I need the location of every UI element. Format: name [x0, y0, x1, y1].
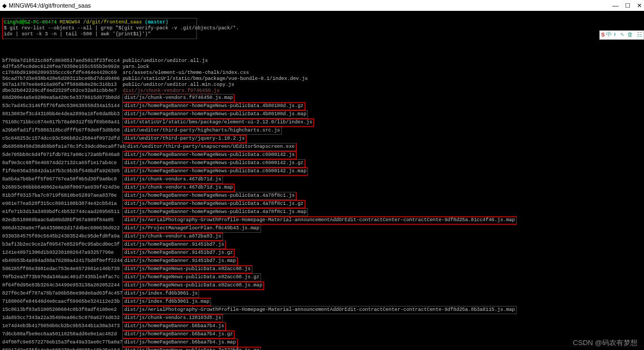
output-line: bf709a7d18521c80fc8698517aed5013f23fecc4…: [2, 58, 642, 64]
output-line: 1da893cc7343a22a35499ea06c5c870a6274d632…: [2, 314, 642, 322]
output-line: b26893c06bbb640862e4a98f0097ae939f424d3e…: [2, 184, 642, 192]
output-line: 0330384575f89c5645b24383524bc95defd8fa9a…: [2, 233, 642, 241]
ime-widget[interactable]: S 中 ⬇ ✎ 🗑 ☷: [599, 30, 644, 40]
app-icon: ◆: [2, 3, 7, 9]
output-block: bf709a7d18521c80fc8698517aed5013f23fecc4…: [2, 58, 642, 350]
output-line: c5c648253c1574dcc93c506b82c25044f0972dfd…: [2, 135, 642, 143]
ime-tools[interactable]: ⬇ ✎ 🗑 ☷: [613, 32, 642, 38]
prompt-branch: (master): [145, 20, 168, 25]
minimize-button[interactable]: —: [612, 3, 618, 9]
output-line: a29b0fad1f1f5886318bcdfffb67f8de0f3d8b50…: [2, 127, 642, 135]
output-line: 68d200e4a5e9200ea5a420c5e3378615d873b0dd…: [2, 94, 642, 102]
output-line: d4f88fc9e6572276eb15a3fea49a33ae0c77ba0a…: [2, 339, 642, 347]
output-line: 1241e48971300d1b932381002647a93257796e d…: [2, 249, 642, 257]
output-line: 4d7fa5fec0dec6120fea70350e155c555b3e992e…: [2, 64, 642, 70]
output-line: f1f8e036a35842da147b3c9b3bf540bdfa926395…: [2, 167, 642, 176]
sogou-icon: S: [601, 32, 605, 38]
output-line: db68508450d30d68b0fa1a78c3fc39dcd0eca8f7…: [2, 143, 642, 151]
output-line: 8813083ef3cd4310bb4e4dea2899a16fe8da8bb3…: [2, 110, 642, 118]
output-line: 02edb518069baac6ab09dd8bf967a989f84a05 d…: [2, 216, 642, 224]
titlebar: ◆ MINGW64:/d/git/frontend_saas — ☐ ✕: [0, 0, 644, 11]
output-line: 15c8613bf83a51005200604c0b3f8adf4108ee2 …: [2, 306, 642, 314]
output-line: 827f0c3e4f787a78b7a96b58ee90de6ad63f4c45…: [2, 290, 642, 298]
maximize-button[interactable]: ☐: [625, 3, 630, 9]
output-line: 7d6cb88afbe0ec8aa50118258add6e8e1ac482d …: [2, 330, 642, 339]
output-line: 7188066fe84640d4e0caacf59965be324112e23b…: [2, 298, 642, 306]
output-line: e1fe71b3d13a3489bdfc4b532744caad28956511…: [2, 208, 642, 216]
output-line: 53c7ad45c3146f5f76fa0c530638558d34a15144…: [2, 102, 642, 110]
window-title: MINGW64:/d/git/frontend_saas: [9, 3, 91, 9]
output-line: 76168c71bbcc874e817b78a60312f5bf89b68a41…: [2, 118, 642, 127]
output-line: e981e77ea528f315cc8981108b3874e42cb541a …: [2, 200, 642, 208]
prompt-user: Cinghd@SZ-PC-00474: [4, 20, 57, 25]
output-line: 666d4320a9e7fa64330062d17d4bec680636d922…: [2, 224, 642, 233]
output-line: 70fb2ea3f73b970da346aac401d7435ble4fac7c…: [2, 273, 642, 282]
terminal[interactable]: Cinghd@SZ-PC-00474 MINGW64 /d/git/fronte…: [0, 11, 644, 350]
prompt-env: MINGW64: [60, 20, 81, 25]
output-line: 967a14787ee6e016a96fa7f5860b0e26c316b13 …: [2, 82, 642, 88]
output-line: 8a8b4a7b6beff5f067767ea50f0b5d36f9a0bc8 …: [2, 176, 642, 184]
output-line: 56cad7b7d3e038b428e5d20311bce0bd7dcd9406…: [2, 76, 642, 82]
watermark: CSDN @码农有梦想: [573, 340, 637, 346]
output-line: 8af9e3cc68f5e46874dd27132ca65f1e17ab4ce …: [2, 159, 642, 167]
output-line: 5de705bb9c6d4f071fdb7817a00c172a0bf646a8…: [2, 151, 642, 159]
close-button[interactable]: ✕: [637, 3, 642, 9]
output-line: 586285ff86e3981edac753e4e6572661e146b739…: [2, 265, 642, 273]
output-line: b3af13b2ec9ce2af89547e8529f0c95abcd0ec3f…: [2, 241, 642, 249]
prompt-cwd: /d/git/frontend_saas: [83, 20, 142, 25]
output-line: 66917d2a635fc4c0a608230cbd0985a18b25e16d…: [2, 347, 642, 350]
output-line: c1784bd919062099335ccc6cfdfe464e4420c69 …: [2, 70, 642, 76]
command-text: $ git rev-list --objects --all | grep "$…: [4, 26, 239, 37]
output-line: 0f64f0d95e83b3264c34499e953138a202052244…: [2, 282, 642, 290]
output-line: 81b3ff03157ba7c0719f6810be52897aea8370e …: [2, 192, 642, 200]
ime-mode[interactable]: 中: [606, 32, 612, 38]
output-line: eb40953b4a994ad88a78280a42417bd0f0eff224…: [2, 257, 642, 265]
command-box: Cinghd@SZ-PC-00474 MINGW64 /d/git/fronte…: [2, 18, 197, 39]
output-line: 1e74d4eb3b4175056b6cb2bc9b5344b1a30a3473…: [2, 322, 642, 330]
output-line-highlight: dbe32b042226cdf4ed2329fc02ce32a81cbb4e7 …: [2, 88, 642, 94]
